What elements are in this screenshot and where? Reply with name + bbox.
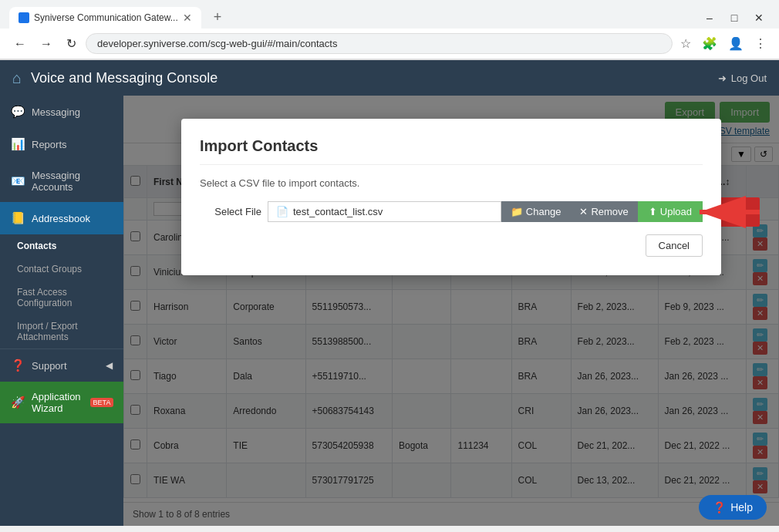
sidebar-sub-fast-access[interactable]: Fast Access Configuration — [0, 281, 123, 315]
file-icon: 📄 — [276, 206, 288, 217]
menu-button[interactable]: ⋮ — [751, 33, 770, 54]
modal-overlay: Import Contacts Select a CSV file to imp… — [123, 96, 779, 526]
sidebar-label-contacts: Contacts — [17, 241, 56, 251]
close-button[interactable]: ✕ — [748, 7, 770, 29]
addressbook-icon: 📒 — [11, 211, 25, 225]
browser-chrome: Syniverse Communication Gatew... ✕ + – □… — [0, 0, 779, 60]
arrow-container: ⬆ Upload — [638, 201, 703, 222]
upload-icon: ⬆ — [649, 206, 657, 217]
help-icon: ❓ — [713, 501, 726, 513]
sidebar-label-addressbook: Addressbook — [32, 213, 90, 224]
sidebar-label-messaging-accounts: Messaging Accounts — [32, 170, 113, 193]
support-chevron: ◀ — [106, 360, 113, 371]
file-input-display: 📄 test_contact_list.csv 📁 Change ✕ Remov… — [268, 201, 703, 222]
sidebar-label-import-export: Import / Export Attachments — [17, 321, 78, 342]
sidebar-item-messaging-accounts[interactable]: 📧 Messaging Accounts — [0, 160, 123, 202]
tab-close-button[interactable]: ✕ — [183, 12, 192, 24]
help-label: Help — [730, 501, 753, 513]
sidebar-item-support[interactable]: ❓ Support ◀ — [0, 348, 123, 382]
tab-favicon — [19, 12, 29, 23]
reports-icon: 📊 — [11, 137, 25, 151]
support-icon: ❓ — [11, 359, 25, 372]
back-button[interactable]: ← — [9, 34, 31, 54]
profile-button[interactable]: 👤 — [725, 33, 747, 54]
main-content: Export Import Download CSV template ▼ ↺ — [123, 96, 779, 526]
red-arrow — [692, 195, 761, 229]
help-button[interactable]: ❓ Help — [699, 495, 767, 520]
sidebar: 💬 Messaging 📊 Reports 📧 Messaging Accoun… — [0, 96, 123, 526]
app-body: 💬 Messaging 📊 Reports 📧 Messaging Accoun… — [0, 96, 779, 526]
browser-controls: ← → ↻ ☆ 🧩 👤 ⋮ — [0, 29, 779, 59]
sidebar-label-fast-access: Fast Access Configuration — [17, 287, 72, 308]
modal-description: Select a CSV file to import contacts. — [200, 177, 703, 189]
sidebar-item-app-wizard[interactable]: 🚀 Application Wizard BETA — [0, 382, 123, 423]
logout-label: Log Out — [731, 72, 767, 84]
beta-badge: BETA — [90, 398, 114, 407]
browser-actions: ☆ 🧩 👤 ⋮ — [677, 33, 770, 54]
address-bar[interactable] — [86, 33, 673, 54]
browser-tab[interactable]: Syniverse Communication Gatew... ✕ — [9, 7, 201, 29]
app-title: Voice and Messaging Console — [31, 70, 218, 86]
app-header: ⌂ Voice and Messaging Console ➜ Log Out — [0, 60, 779, 96]
sidebar-label-contact-groups: Contact Groups — [17, 264, 82, 274]
logout-icon: ➜ — [718, 72, 727, 84]
select-file-label: Select File — [200, 206, 261, 217]
remove-icon: ✕ — [579, 206, 588, 217]
change-label: Change — [526, 206, 561, 217]
browser-titlebar: Syniverse Communication Gatew... ✕ + – □… — [0, 0, 779, 29]
forward-button[interactable]: → — [35, 34, 57, 54]
sidebar-label-messaging: Messaging — [32, 106, 80, 118]
modal-title: Import Contacts — [200, 137, 703, 165]
remove-button[interactable]: ✕ Remove — [570, 201, 637, 222]
change-button[interactable]: 📁 Change — [501, 201, 571, 222]
messaging-icon: 💬 — [11, 105, 25, 119]
file-name-box: 📄 test_contact_list.csv — [268, 201, 501, 222]
extensions-button[interactable]: 🧩 — [699, 33, 720, 54]
reload-button[interactable]: ↻ — [62, 33, 81, 54]
sidebar-label-reports: Reports — [32, 139, 67, 150]
modal-file-row: Select File 📄 test_contact_list.csv 📁 Ch… — [200, 201, 703, 222]
remove-label: Remove — [591, 206, 628, 217]
sidebar-label-app-wizard: Application Wizard — [32, 391, 81, 414]
modal-footer: Cancel — [200, 234, 703, 257]
cancel-button[interactable]: Cancel — [646, 234, 703, 257]
sidebar-sub-contacts[interactable]: Contacts — [0, 234, 123, 258]
sidebar-item-messaging[interactable]: 💬 Messaging — [0, 96, 123, 128]
bookmark-button[interactable]: ☆ — [677, 33, 694, 54]
minimize-button[interactable]: – — [699, 7, 720, 29]
sidebar-item-addressbook[interactable]: 📒 Addressbook — [0, 202, 123, 234]
messaging-accounts-icon: 📧 — [11, 174, 25, 188]
maximize-button[interactable]: □ — [723, 7, 745, 29]
change-icon: 📁 — [511, 206, 523, 217]
home-icon[interactable]: ⌂ — [12, 69, 22, 87]
sidebar-label-support: Support — [32, 360, 67, 372]
file-name: test_contact_list.csv — [293, 206, 383, 217]
app-wizard-icon: 🚀 — [11, 396, 25, 409]
sidebar-sub-import-export[interactable]: Import / Export Attachments — [0, 315, 123, 348]
sidebar-item-reports[interactable]: 📊 Reports — [0, 128, 123, 160]
import-modal: Import Contacts Select a CSV file to imp… — [181, 119, 721, 275]
tab-title: Syniverse Communication Gatew... — [34, 12, 178, 23]
new-tab-button[interactable]: + — [207, 6, 228, 29]
logout-button[interactable]: ➜ Log Out — [718, 72, 767, 84]
sidebar-sub-contact-groups[interactable]: Contact Groups — [0, 258, 123, 281]
upload-label: Upload — [660, 206, 692, 217]
app: ⌂ Voice and Messaging Console ➜ Log Out … — [0, 60, 779, 526]
